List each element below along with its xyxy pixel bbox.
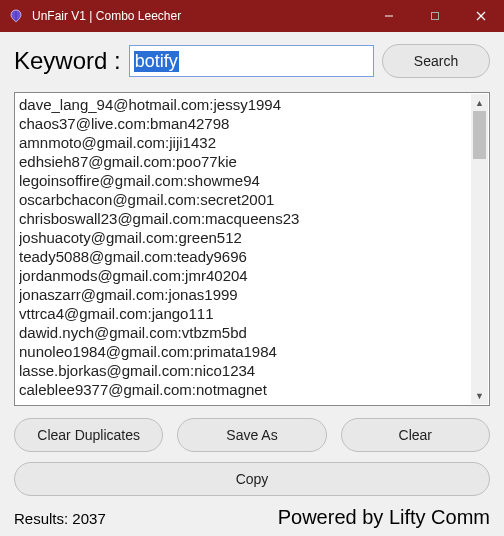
clear-duplicates-button[interactable]: Clear Duplicates [14,418,163,452]
results-box[interactable]: dave_lang_94@hotmail.com:jessy1994chaos3… [14,92,490,406]
list-item[interactable]: chrisboswall23@gmail.com:macqueens23 [19,209,469,228]
list-item[interactable]: joshuacoty@gmail.com:green512 [19,228,469,247]
list-item[interactable]: dawid.nych@gmail.com:vtbzm5bd [19,323,469,342]
list-item[interactable]: amnmoto@gmail.com:jiji1432 [19,133,469,152]
results-count: Results: 2037 [14,510,106,527]
window-title: UnFair V1 | Combo Leecher [32,9,366,23]
minimize-button[interactable] [366,0,412,32]
scrollbar[interactable]: ▲ ▼ [471,94,488,404]
window-controls [366,0,504,32]
app-window: UnFair V1 | Combo Leecher Keyword : boti… [0,0,504,536]
list-item[interactable]: caleblee9377@gmail.com:notmagnet [19,380,469,399]
list-item[interactable]: dave_lang_94@hotmail.com:jessy1994 [19,95,469,114]
search-button[interactable]: Search [382,44,490,78]
scroll-up-arrow-icon[interactable]: ▲ [471,94,488,111]
scroll-thumb[interactable] [473,111,486,159]
powered-by: Powered by Lifty Comm [278,506,490,529]
close-icon [476,11,486,21]
scroll-track[interactable] [471,111,488,387]
keyword-input-value: botify [134,51,179,72]
list-item[interactable]: jonaszarr@gmail.com:jonas1999 [19,285,469,304]
status-row: Results: 2037 Powered by Lifty Comm [14,506,490,530]
close-button[interactable] [458,0,504,32]
keyword-input[interactable]: botify [129,45,374,77]
list-item[interactable]: nunoleo1984@gmail.com:primata1984 [19,342,469,361]
svg-rect-1 [432,13,439,20]
search-row: Keyword : botify Search [14,44,490,78]
list-item[interactable]: vttrca4@gmail.com:jango111 [19,304,469,323]
list-item[interactable]: chaos37@live.com:bman42798 [19,114,469,133]
results-list[interactable]: dave_lang_94@hotmail.com:jessy1994chaos3… [19,95,469,403]
maximize-button[interactable] [412,0,458,32]
copy-button[interactable]: Copy [14,462,490,496]
save-as-button[interactable]: Save As [177,418,326,452]
client-area: Keyword : botify Search dave_lang_94@hot… [0,32,504,536]
scroll-down-arrow-icon[interactable]: ▼ [471,387,488,404]
list-item[interactable]: oscarbchacon@gmail.com:secret2001 [19,190,469,209]
action-row: Clear Duplicates Save As Clear [14,418,490,452]
copy-row: Copy [14,462,490,496]
list-item[interactable]: teady5088@gmail.com:teady9696 [19,247,469,266]
maximize-icon [430,11,440,21]
list-item[interactable]: edhsieh87@gmail.com:poo77kie [19,152,469,171]
titlebar: UnFair V1 | Combo Leecher [0,0,504,32]
list-item[interactable]: legoinsoffire@gmail.com:showme94 [19,171,469,190]
clear-button[interactable]: Clear [341,418,490,452]
minimize-icon [384,11,394,21]
keyword-label: Keyword : [14,47,121,75]
app-icon [8,8,24,24]
list-item[interactable]: jordanmods@gmail.com:jmr40204 [19,266,469,285]
list-item[interactable]: lasse.bjorkas@gmail.com:nico1234 [19,361,469,380]
